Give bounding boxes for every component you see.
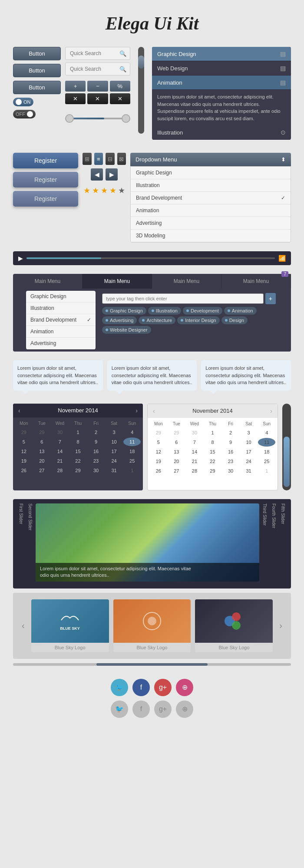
volume-slider[interactable] (282, 404, 291, 490)
cal-light-next-btn[interactable]: › (270, 408, 272, 414)
calendar-dark-grid: Mon Tue Wed Thu Fri Sat Sun 2929301234 5… (13, 418, 143, 477)
mini-dropdown-item-3[interactable]: Brand Development ✓ (26, 314, 96, 326)
dropdown-item-3[interactable]: Brand Development ✓ (131, 192, 291, 204)
button-1[interactable]: Button (13, 47, 61, 60)
button-3[interactable]: Button (13, 81, 61, 94)
video-progress-track[interactable] (26, 257, 275, 259)
register-button-3[interactable]: Register (13, 191, 78, 207)
list-item-animation[interactable]: Animation ▤ (152, 76, 291, 90)
toggle-on[interactable]: ON (13, 98, 33, 106)
arrow-right-btn[interactable]: ▶ (106, 168, 118, 181)
twitter-grey-button[interactable]: 🐦 (111, 700, 128, 718)
dropdown-item-6[interactable]: 3D Modeling (131, 230, 291, 242)
register-button-2[interactable]: Register (13, 172, 78, 187)
star-3[interactable]: ★ (101, 186, 108, 195)
star-2[interactable]: ★ (92, 186, 99, 195)
icon-grid-btn-4[interactable]: ⊠ (117, 153, 126, 165)
calc-btn-minus[interactable]: − (87, 81, 108, 92)
list-item-web-design[interactable]: Web Design ▤ (152, 61, 291, 76)
dribbble-button[interactable]: ⊕ (176, 679, 193, 696)
slider-thumb-right[interactable] (122, 114, 130, 123)
dropdown-item-5[interactable]: Advertising (131, 217, 291, 230)
calc-btn-x1[interactable]: ✕ (65, 93, 86, 104)
slider-label-1[interactable]: First Slider (17, 503, 25, 582)
tag-advertising[interactable]: Advertising (102, 316, 137, 324)
toggle-off[interactable]: OFF (13, 110, 36, 118)
dropdown-label-6: 3D Modeling (136, 233, 165, 239)
slider-label-5[interactable]: Fifth Slider (279, 503, 287, 582)
portfolio-next-button[interactable]: › (277, 618, 284, 633)
calc-btn-plus[interactable]: + (65, 81, 86, 92)
register-button-1[interactable]: Register (13, 153, 78, 168)
mini-dropdown-item-4[interactable]: Animation (26, 326, 96, 338)
list-item-graphic-design[interactable]: Graphic Design ▤ (152, 47, 291, 61)
cal-light-prev-btn[interactable]: ‹ (153, 408, 155, 414)
icon-grid-row-1: ⊞ ≡ ⊟ ⊠ (83, 153, 126, 165)
dribbble-grey-button[interactable]: ⊕ (176, 700, 193, 718)
slider-label-4[interactable]: Fourth Slider (270, 503, 278, 582)
twitter-button[interactable]: 🐦 (111, 679, 128, 696)
register-buttons-column: Register Register Register (13, 153, 78, 207)
dropdown-item-1[interactable]: Graphic Design (131, 167, 291, 179)
tag-add-button[interactable]: + (265, 293, 276, 304)
mini-dropdown-item-1[interactable]: Graphic Design (26, 291, 96, 302)
cal-next-btn[interactable]: › (135, 407, 138, 414)
tag-animation[interactable]: Animation (224, 307, 257, 315)
calc-btn-x2[interactable]: ✕ (87, 93, 108, 104)
tag-illustration[interactable]: Illustration (148, 307, 181, 315)
tag-graphic-design[interactable]: Graphic Design (102, 307, 146, 315)
portfolio-scrollbar[interactable] (13, 663, 291, 666)
facebook-button[interactable]: f (132, 679, 150, 696)
mini-dropdown-item-2[interactable]: Illustration (26, 302, 96, 314)
vertical-scrollbar[interactable] (138, 47, 144, 134)
tag-input[interactable] (102, 293, 264, 304)
portfolio-items: BLUE SKY Blue Sky Logo Blue Sky Logo (31, 599, 273, 652)
toggle-off-label: OFF (16, 112, 25, 117)
list-item-illustration[interactable]: Illustration ⊙ (152, 125, 291, 140)
tag-interior-design[interactable]: Interior Design (177, 316, 220, 324)
portfolio-prev-button[interactable]: ‹ (20, 618, 27, 633)
star-4[interactable]: ★ (109, 186, 116, 195)
slider-label-3[interactable]: Third Slider (261, 503, 268, 582)
dropdown-header[interactable]: Dropdown Menu ⬍ (130, 153, 291, 166)
icon-grid-btn-3[interactable]: ⊟ (106, 153, 115, 165)
calc-btn-x3[interactable]: ✕ (110, 93, 130, 104)
button-2[interactable]: Button (13, 64, 61, 77)
nav-tab-2[interactable]: Main Menu (83, 274, 152, 289)
play-button[interactable]: ▶ (18, 255, 23, 262)
portfolio-img-orange[interactable] (113, 599, 191, 643)
star-5-empty[interactable]: ★ (118, 186, 125, 195)
nav-tab-3[interactable]: Main Menu (152, 274, 221, 289)
social-row-colored: 🐦 f g+ ⊕ (111, 679, 193, 696)
portfolio-img-dark[interactable] (195, 599, 273, 643)
tag-website-designer[interactable]: Website Designer (102, 326, 151, 334)
tag-design[interactable]: Design (221, 316, 248, 324)
tag-development[interactable]: Development (183, 307, 222, 315)
portfolio-img-blue[interactable]: BLUE SKY (31, 599, 109, 643)
star-1[interactable]: ★ (83, 186, 90, 195)
portfolio-label-2: Blue Sky Logo (113, 643, 191, 652)
icon-grid-btn-1[interactable]: ⊞ (83, 153, 92, 165)
dropdown-item-4[interactable]: Animation (131, 204, 291, 217)
dropdown-item-2[interactable]: Illustration (131, 179, 291, 192)
slider-label-2[interactable]: Second Slider (26, 503, 34, 582)
slider-thumb-left[interactable] (65, 114, 74, 123)
volume-icon[interactable]: 📶 (278, 255, 286, 262)
icon-grid-btn-2[interactable]: ≡ (94, 153, 103, 165)
calc-btn-percent[interactable]: % (110, 81, 130, 92)
google-grey-button[interactable]: g+ (154, 700, 172, 718)
mini-dropdown-item-5[interactable]: Advertising (26, 338, 96, 349)
nav-tab-1[interactable]: Main Menu (13, 274, 83, 289)
arrow-left-btn[interactable]: ◀ (91, 168, 103, 181)
google-button[interactable]: g+ (154, 679, 172, 696)
calendar-light-title: November 2014 (192, 408, 233, 414)
nav-tab-4[interactable]: Main Menu (221, 274, 291, 289)
tag-architecture[interactable]: Architecture (139, 316, 175, 324)
cal-prev-btn[interactable]: ‹ (18, 407, 20, 414)
portfolio-item-1: BLUE SKY Blue Sky Logo (31, 599, 109, 652)
scrollbar-column (135, 47, 148, 140)
dribbble-icon: ⊕ (182, 683, 188, 691)
gallery-section: First Slider Second Slider Lorem ipsum d… (13, 499, 291, 589)
tag-dot-9 (106, 329, 108, 331)
facebook-grey-button[interactable]: f (132, 700, 150, 718)
